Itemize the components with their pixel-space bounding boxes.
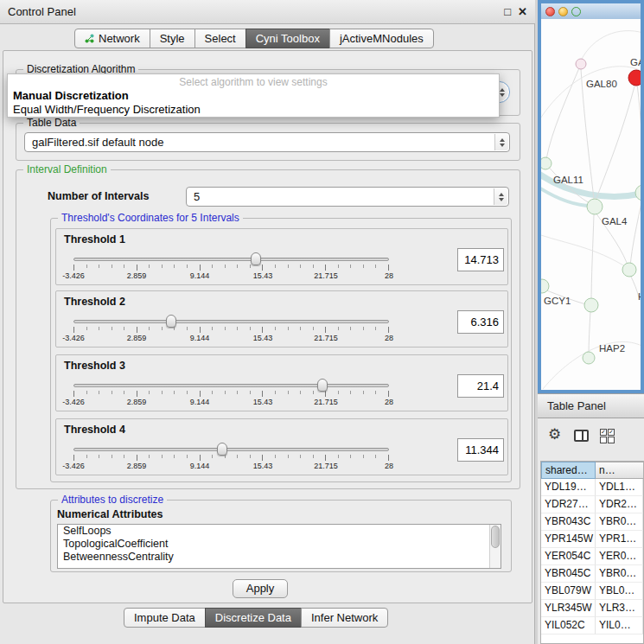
attribute-list-item[interactable]: TopologicalCoefficient (58, 538, 501, 551)
table-cell[interactable]: YLR3… (596, 600, 643, 617)
table-cell[interactable]: YER054C (541, 548, 596, 565)
table-cell[interactable]: YBR0… (596, 513, 643, 531)
threshold-slider[interactable]: -3.4262.8599.14415.4321.71528 (73, 442, 389, 475)
close-icon[interactable]: ✕ (518, 0, 527, 23)
attribute-list-item[interactable]: BetweennessCentrality (58, 551, 501, 564)
table-cell[interactable]: YPR145W (541, 531, 596, 548)
checkbox-checked-icon[interactable]: ✓ (600, 429, 607, 436)
network-edge[interactable] (541, 67, 641, 123)
network-node[interactable] (576, 59, 586, 69)
table-row[interactable]: YBR043CYBR0… (541, 513, 643, 531)
tab-network[interactable]: Network (74, 29, 150, 48)
network-edge[interactable] (543, 341, 641, 389)
network-edge[interactable] (589, 311, 590, 356)
table-row[interactable]: YER054CYER0… (541, 548, 643, 565)
table-row[interactable]: YBR045CYBR0… (541, 565, 643, 583)
minimize-orb-icon[interactable] (558, 7, 568, 16)
threshold-slider[interactable]: -3.4262.8599.14415.4321.71528 (73, 252, 389, 284)
numerical-attributes-list[interactable]: SelfLoopsTopologicalCoefficientBetweenne… (57, 524, 501, 569)
list-scrollbar[interactable] (489, 525, 501, 568)
columns-icon[interactable] (574, 430, 589, 442)
checkbox-checked-icon[interactable]: ✓ (608, 429, 615, 436)
select-columns-checkboxes[interactable]: ✓ ✓ (600, 429, 615, 443)
dropdown-placeholder: Select algorithm to view settings (8, 76, 499, 89)
network-node[interactable] (583, 352, 595, 364)
network-edge[interactable] (581, 69, 595, 207)
slider-track[interactable] (73, 320, 389, 323)
slider-thumb[interactable] (217, 443, 227, 456)
network-edge[interactable] (630, 199, 641, 266)
table-cell[interactable]: YLR345W (541, 600, 596, 617)
node-attribute-table[interactable]: shared… n… YDL19…YDL1…YDR27…YDR2…YBR043C… (540, 461, 644, 644)
slider-track[interactable] (73, 448, 389, 451)
threshold-value-field[interactable] (457, 310, 504, 334)
table-row[interactable]: YPR145WYPR1… (541, 531, 643, 548)
close-orb-icon[interactable] (545, 7, 555, 16)
combo-stepper-icon[interactable] (494, 134, 508, 150)
threshold-value-field[interactable] (457, 248, 504, 271)
table-cell[interactable]: YBL079W (541, 583, 596, 600)
table-cell[interactable]: YBR045C (541, 565, 596, 583)
network-edge[interactable] (546, 64, 581, 159)
combo-stepper-icon[interactable] (494, 188, 507, 205)
network-canvas[interactable]: GAL80GAGAL11GAL4GCY1HHAP2 (541, 19, 641, 390)
column-header-name[interactable]: n… (596, 462, 643, 479)
network-node[interactable] (584, 298, 598, 312)
zoom-orb-icon[interactable] (571, 7, 581, 16)
table-row[interactable]: YDR27…YDR2… (541, 496, 643, 513)
table-cell[interactable]: YIL052C (541, 617, 596, 634)
table-row[interactable]: YBL079WYBL0… (541, 583, 643, 600)
column-header-shared-name[interactable]: shared… (541, 462, 596, 479)
checkbox-icon[interactable] (600, 437, 607, 443)
float-window-icon[interactable]: □ (504, 0, 511, 23)
slider-thumb[interactable] (317, 379, 328, 392)
table-cell[interactable]: YBL0… (596, 583, 643, 600)
threshold-value-field[interactable] (457, 374, 504, 398)
tab-select[interactable]: Select (194, 29, 246, 48)
table-cell[interactable]: YDL19… (541, 479, 596, 496)
apply-button[interactable]: Apply (233, 579, 288, 598)
network-edge[interactable] (581, 31, 641, 61)
table-row[interactable]: YIL052CYIL0… (541, 617, 643, 634)
tab-style[interactable]: Style (150, 29, 195, 48)
table-cell[interactable]: YPR1… (596, 531, 643, 548)
network-edge[interactable] (637, 84, 641, 188)
network-node[interactable] (541, 157, 552, 169)
dropdown-option-equal-width-frequency[interactable]: Equal Width/Frequency Discretization (8, 103, 499, 117)
network-node[interactable] (587, 199, 603, 214)
table-cell[interactable]: YBR043C (541, 513, 596, 531)
dropdown-option-manual-discretization[interactable]: Manual Discretization (8, 89, 499, 103)
slider-track[interactable] (73, 258, 389, 261)
threshold-slider[interactable]: -3.4262.8599.14415.4321.71528 (73, 378, 389, 411)
slider-track[interactable] (73, 384, 389, 387)
table-cell[interactable]: YBR0… (596, 565, 643, 583)
network-edge[interactable] (591, 214, 594, 305)
number-of-intervals-combobox[interactable]: 5 (186, 187, 509, 207)
checkbox-icon[interactable] (608, 437, 615, 443)
network-node[interactable] (628, 70, 641, 86)
slider-thumb[interactable] (166, 315, 176, 328)
tab-impute-data[interactable]: Impute Data (124, 608, 206, 628)
threshold-slider[interactable]: -3.4262.8599.14415.4321.71528 (73, 314, 389, 347)
table-cell[interactable]: YDR2… (596, 496, 643, 513)
network-window-titlebar (541, 3, 641, 19)
tab-infer-network[interactable]: Infer Network (301, 608, 388, 628)
network-node[interactable] (635, 185, 641, 201)
table-cell[interactable]: YER0… (596, 548, 643, 565)
tab-discretize-data[interactable]: Discretize Data (205, 608, 302, 628)
tab-cyni-toolbox[interactable]: Cyni Toolbox (245, 29, 330, 48)
table-row[interactable]: YDL19…YDL1… (541, 479, 643, 496)
table-cell[interactable]: YIL0… (596, 617, 643, 634)
table-cell[interactable]: YDL1… (596, 479, 643, 496)
network-node[interactable] (622, 263, 636, 277)
slider-thumb[interactable] (251, 252, 261, 265)
table-data-combobox[interactable]: galFiltered.sif default node (24, 132, 510, 152)
scrollbar-thumb[interactable] (491, 526, 500, 548)
gear-icon[interactable]: ⚙ (548, 426, 561, 443)
tab-jactivemnodules[interactable]: jActiveMNodules (329, 29, 434, 48)
attribute-list-item[interactable]: SelfLoops (58, 525, 501, 538)
table-row[interactable]: YLR345WYLR3… (541, 600, 643, 617)
network-edge[interactable] (596, 80, 636, 201)
table-cell[interactable]: YDR27… (541, 496, 596, 513)
threshold-value-field[interactable] (457, 438, 504, 462)
